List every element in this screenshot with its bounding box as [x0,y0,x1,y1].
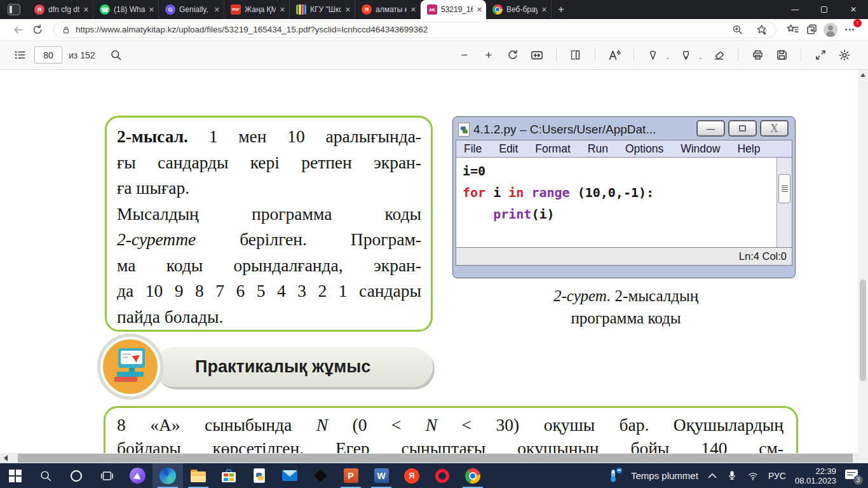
idle-window-buttons: — X [696,120,789,137]
chrome-button[interactable] [458,463,488,488]
taskbar-edge-button[interactable] [153,463,183,488]
draw-button[interactable] [644,46,663,65]
tab-close-icon[interactable]: ✕ [410,6,416,14]
inkscape-icon [313,469,327,482]
zoom-in-button[interactable]: + [479,46,498,65]
favorites-bar-button[interactable] [783,21,802,39]
toc-icon [14,49,26,61]
weather-text[interactable]: Temps plummet [631,470,698,481]
cursor-arrow-icon [132,352,142,362]
alice-assistant-button[interactable] [122,463,153,488]
fit-to-width-button[interactable] [527,46,546,65]
print-button[interactable] [748,46,767,65]
file-explorer-button[interactable] [183,463,214,488]
tab-pdf-kmzh[interactable]: PDF Жаңа ҚМЖ у ✕ [224,0,290,19]
clock[interactable]: 22:39 08.01.2023 [795,466,836,485]
time-label: 22:39 [815,466,836,476]
start-button[interactable] [0,463,31,488]
task-view-button[interactable] [92,463,122,488]
draw-options-chevron[interactable]: ⌄ [665,54,670,60]
tab-actions-menu-button[interactable] [8,4,20,15]
collections-button[interactable] [802,21,821,39]
pdf-search-button[interactable] [107,46,126,65]
tab-close-icon[interactable]: ✕ [280,6,285,14]
caption-line2: программа коды [571,309,681,327]
tab-whatsapp[interactable]: ☎ (18) WhatsAp ✕ [93,0,159,19]
tray-overflow-chevron-icon[interactable] [707,471,717,480]
tab-yandex-almaty[interactable]: Я алматы кітап ✕ [355,0,421,19]
page-view-button[interactable] [566,46,585,65]
update-badge: ↑ [853,19,862,27]
code-text: (i) [531,207,554,222]
minimize-window-button[interactable]: — [780,0,810,19]
favorites-list-icon [787,24,799,36]
inkscape-button[interactable] [305,463,336,488]
opera-button[interactable] [427,463,458,488]
weather-widget-icon[interactable] [606,468,622,484]
table-of-contents-button[interactable] [10,46,29,65]
close-window-button[interactable]: ✕ [839,0,868,19]
horizontal-scrollbar-thumb[interactable] [18,454,853,463]
maximize-window-button[interactable] [810,0,839,19]
tab-school[interactable]: КГУ "Школа- ✕ [290,0,355,19]
mail-button[interactable] [275,463,305,488]
example-line: да 10 9 8 7 6 5 4 3 2 1 сандары [117,278,421,304]
tab-active-pdf[interactable]: AK 53219_16543 ✕ [421,0,486,19]
pdf-vertical-scrollbar[interactable] [858,70,868,463]
tab-close-icon[interactable]: ✕ [477,6,482,14]
tab-title: (18) WhatsAp [114,5,145,14]
tab-close-icon[interactable]: ✕ [214,6,220,14]
cortana-button[interactable] [61,463,92,488]
microsoft-store-button[interactable] [214,463,244,488]
idle-scrollbar-thumb [778,174,790,203]
tab-genially[interactable]: G Genially, the ✕ [159,0,224,19]
language-indicator[interactable]: РУС [768,471,786,481]
new-tab-button[interactable]: + [558,3,564,16]
save-button[interactable] [772,46,791,65]
python-file-button[interactable] [244,463,275,488]
yandex-browser-button[interactable]: Я [397,463,427,488]
tab-yandex-dfn[interactable]: Я dfn cfg dt, — ✕ [28,0,93,19]
pdf-settings-button[interactable] [835,46,854,65]
back-button[interactable] [9,21,28,39]
powerpoint-icon: P [344,468,358,483]
mail-icon [282,470,297,481]
add-favorite-button[interactable] [752,21,771,39]
page-number-input[interactable] [34,46,62,64]
yandex-icon: Я [404,468,419,484]
pdf-horizontal-scrollbar[interactable] [0,453,858,463]
settings-and-more-button[interactable]: ↑ [840,21,859,39]
rotate-button[interactable] [503,46,522,65]
star-add-icon [756,24,767,35]
address-bar[interactable]: https://www.almatykitap.kz/upload/files/… [53,22,776,38]
read-aloud-icon [608,49,621,62]
tab-web-browser[interactable]: Веб-браузер ✕ [486,0,552,19]
taskbar-search-button[interactable] [31,463,61,488]
browser-tab-bar: Я dfn cfg dt, — ✕ ☎ (18) WhatsAp ✕ G Gen… [0,0,868,19]
word-button[interactable]: W [366,463,397,488]
zoom-out-button[interactable]: − [455,46,474,65]
tab-close-icon[interactable]: ✕ [541,6,547,14]
profile-button[interactable] [821,21,840,39]
tab-title: КГУ "Школа- [310,5,341,14]
action-center-button[interactable]: 3 [845,468,862,484]
scroll-up-arrow[interactable] [860,73,865,77]
highlight-button[interactable] [676,46,695,65]
tab-close-icon[interactable]: ✕ [83,6,89,14]
vertical-scrollbar-thumb[interactable] [860,280,866,381]
fullscreen-button[interactable] [811,46,830,65]
tab-close-icon[interactable]: ✕ [345,6,351,14]
read-aloud-button[interactable] [605,46,624,65]
tab-close-icon[interactable]: ✕ [149,6,154,14]
microphone-icon[interactable] [726,470,738,482]
erase-button[interactable] [709,46,728,65]
python-file-icon [458,123,470,137]
collections-icon [806,24,818,36]
refresh-button[interactable] [28,21,47,39]
highlight-options-chevron[interactable]: ⌄ [698,54,703,60]
wifi-icon[interactable] [747,470,759,482]
code-text: (10,0,-1): [570,185,654,200]
zoom-page-button[interactable] [728,21,747,39]
powerpoint-button[interactable]: P [336,463,366,488]
scroll-left-arrow[interactable] [4,455,8,461]
